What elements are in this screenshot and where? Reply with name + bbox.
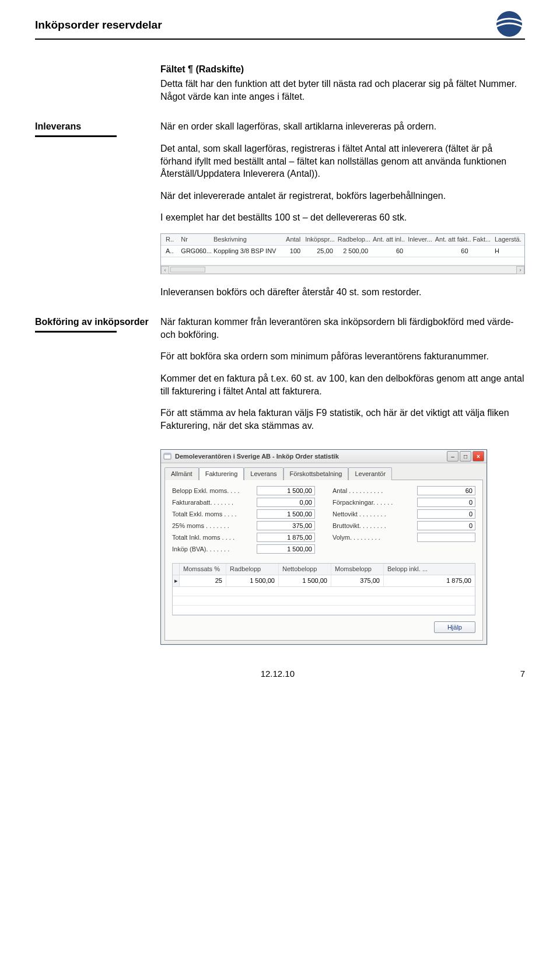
order-table-header: R.. Nr Beskrivning Antal Inköpspr... Rad…	[161, 234, 524, 246]
bokforing-label: Bokföring av inköpsorder	[35, 316, 187, 328]
section-inleverans: Inleverans När en order skall lagerföras…	[35, 120, 525, 298]
inleverans-p1: När en order skall lagerföras, skall art…	[160, 120, 525, 133]
horizontal-scrollbar[interactable]: ‹ ›	[161, 265, 524, 274]
forpackningar-input[interactable]	[417, 498, 475, 507]
th: Ant. att fakt...	[433, 235, 471, 244]
section-radskifte: Fältet ¶ (Radskifte) Detta fält har den …	[35, 63, 525, 103]
inleverans-label: Inleverans	[35, 120, 152, 133]
moms-subtable: Momssats % Radbelopp Nettobelopp Momsbel…	[172, 563, 475, 616]
footer-date: 12.12.10	[261, 669, 295, 679]
td: 60	[370, 247, 405, 256]
radskifte-title: Fältet ¶ (Radskifte)	[160, 63, 525, 76]
field-label: Volym. . . . . . . . .	[332, 533, 417, 542]
inleverans-side-label: Inleverans	[35, 120, 152, 144]
minimize-button[interactable]: –	[447, 451, 459, 461]
row-marker-header	[173, 564, 180, 575]
field-label: Förpackningar. . . . . .	[332, 498, 417, 507]
th: Inlever...	[405, 235, 433, 244]
td: GRG060...	[178, 247, 211, 256]
moms-25-input[interactable]	[257, 521, 315, 530]
help-button[interactable]: Hjälp	[434, 621, 475, 633]
tab-leverans[interactable]: Leverans	[244, 467, 283, 480]
field-label: Inköp (BVA). . . . . . .	[172, 545, 257, 554]
dialog-title: Demoleverantören i Sverige AB - Inköp Or…	[175, 452, 446, 461]
th: Radbelopp	[226, 564, 279, 575]
th: Momsbelopp	[331, 564, 384, 575]
td: 60	[433, 247, 471, 256]
td	[405, 247, 433, 256]
field-label: Bruttovikt. . . . . . . .	[332, 522, 417, 530]
fakturarabatt-input[interactable]	[257, 498, 315, 507]
subtable-row[interactable]: ▸ 25 1 500,00 1 500,00 375,00 1 875,00	[173, 575, 475, 587]
td	[471, 247, 492, 256]
inleverans-p5: Inleveransen bokförs och därefter återst…	[160, 286, 525, 299]
field-label: Fakturarabatt. . . . . . .	[172, 498, 257, 507]
underline	[35, 135, 117, 137]
tab-leverantor[interactable]: Leverantör	[348, 467, 392, 480]
td: 375,00	[331, 575, 384, 586]
bokforing-p1: När fakturan kommer från leverantören sk…	[160, 316, 525, 341]
maximize-button[interactable]: □	[460, 451, 471, 461]
th: Belopp inkl. ...	[384, 564, 475, 575]
th: R..	[163, 235, 178, 244]
subtable-blank	[173, 606, 475, 615]
th: Lagerstä.	[492, 235, 522, 244]
dialog-tabs: Allmänt Fakturering Leverans Förskottsbe…	[161, 467, 487, 480]
field-label: 25% moms . . . . . . .	[172, 522, 257, 530]
tab-allmant[interactable]: Allmänt	[164, 467, 199, 480]
th: Ant. att inl...	[370, 235, 405, 244]
td: A..	[163, 247, 178, 256]
td: 25,00	[303, 247, 335, 256]
bokforing-side-label: Bokföring av inköpsorder	[35, 316, 187, 340]
order-table-empty-row	[161, 257, 524, 265]
field-label: Totalt Inkl. moms . . . .	[172, 533, 257, 542]
bokforing-p3: Kommer det en faktura på t.ex. 60 st. av…	[160, 372, 525, 397]
scroll-track[interactable]	[206, 266, 516, 274]
dialog-titlebar[interactable]: Demoleverantören i Sverige AB - Inköp Or…	[161, 450, 487, 463]
tab-fakturering[interactable]: Fakturering	[199, 467, 244, 480]
svg-rect-2	[164, 453, 171, 455]
td: Koppling 3/8 BSP INV	[211, 247, 281, 256]
th: Fakt...	[471, 235, 492, 244]
section-bokforing: Bokföring av inköpsorder När fakturan ko…	[35, 316, 525, 432]
th: Antal	[281, 235, 303, 244]
field-label: Antal . . . . . . . . . .	[332, 487, 417, 495]
field-label: Totalt Exkl. moms . . . .	[172, 510, 257, 519]
bokforing-p2: För att bokföra ska ordern som minimum p…	[160, 350, 525, 363]
window-icon	[163, 452, 172, 460]
underline	[35, 331, 117, 333]
subtable-header: Momssats % Radbelopp Nettobelopp Momsbel…	[173, 564, 475, 575]
th: Nettobelopp	[279, 564, 331, 575]
order-table: R.. Nr Beskrivning Antal Inköpspr... Rad…	[160, 233, 525, 274]
left-column: Belopp Exkl. moms. . . . Fakturarabatt. …	[172, 486, 315, 556]
scroll-thumb[interactable]	[170, 267, 205, 272]
inleverans-p4: I exemplet har det beställts 100 st – de…	[160, 211, 525, 224]
row-marker-icon: ▸	[173, 575, 180, 586]
nettovikt-input[interactable]	[417, 509, 475, 519]
volym-input[interactable]	[417, 533, 475, 542]
th: Beskrivning	[211, 235, 281, 244]
inleverans-p3: När det inlevererade antalet är registre…	[160, 190, 525, 202]
dialog-body: Belopp Exkl. moms. . . . Fakturarabatt. …	[164, 480, 483, 641]
page-title: Inköpsorder reservdelar	[35, 18, 525, 33]
th: Radbelop...	[335, 235, 370, 244]
th: Nr	[178, 235, 211, 244]
td: H	[492, 247, 522, 256]
bruttovikt-input[interactable]	[417, 521, 475, 530]
inkop-bva-input[interactable]	[257, 544, 315, 554]
belopp-exkl-moms-input[interactable]	[257, 486, 315, 495]
tab-forskottsbetalning[interactable]: Förskottsbetalning	[284, 467, 349, 480]
subtable-blank	[173, 596, 475, 606]
close-button[interactable]: ×	[473, 451, 484, 461]
td: 1 500,00	[279, 575, 331, 586]
scroll-left-icon[interactable]: ‹	[161, 266, 169, 274]
scroll-right-icon[interactable]: ›	[516, 266, 524, 274]
order-table-row[interactable]: A.. GRG060... Koppling 3/8 BSP INV 100 2…	[161, 246, 524, 257]
antal-input[interactable]	[417, 486, 475, 495]
totalt-exkl-moms-input[interactable]	[257, 509, 315, 519]
footer-page-number: 7	[520, 668, 525, 680]
td: 2 500,00	[335, 247, 370, 256]
totalt-inkl-moms-input[interactable]	[257, 533, 315, 542]
bokforing-p4: För att stämma av hela fakturan väljs F9…	[160, 407, 525, 432]
td: 100	[281, 247, 303, 256]
